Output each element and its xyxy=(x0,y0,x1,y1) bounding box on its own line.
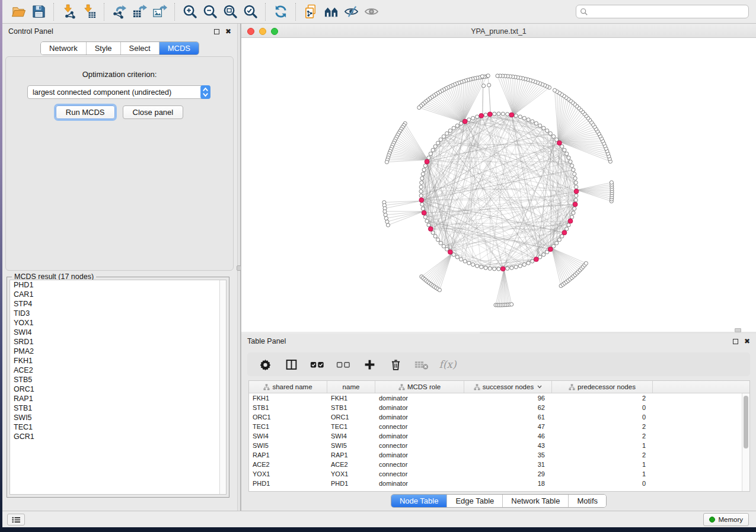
network-hub-node[interactable] xyxy=(557,140,562,145)
deselect-all-icon[interactable] xyxy=(336,357,350,371)
network-node[interactable] xyxy=(438,288,441,291)
network-node[interactable] xyxy=(431,148,435,152)
network-node[interactable] xyxy=(471,263,475,267)
table-row[interactable]: FKH1FKH1dominator962 xyxy=(249,393,749,403)
network-node[interactable] xyxy=(433,145,437,148)
network-hub-node[interactable] xyxy=(568,219,573,223)
network-node[interactable] xyxy=(484,113,487,117)
network-node[interactable] xyxy=(574,181,578,184)
network-node[interactable] xyxy=(427,156,430,159)
network-node[interactable] xyxy=(417,106,421,110)
mcds-result-item[interactable]: GCR1 xyxy=(10,432,226,441)
close-panel-icon[interactable]: ✖ xyxy=(225,28,231,35)
export-table-icon[interactable] xyxy=(129,3,149,21)
zoom-selected-icon[interactable] xyxy=(240,3,260,21)
network-node[interactable] xyxy=(448,129,452,133)
export-image-icon[interactable] xyxy=(149,3,170,21)
network-node[interactable] xyxy=(420,203,424,206)
network-node[interactable] xyxy=(572,168,575,172)
float-panel-icon[interactable] xyxy=(214,29,219,34)
network-node[interactable] xyxy=(553,88,556,92)
mcds-result-item[interactable]: YOX1 xyxy=(10,318,226,328)
network-hub-node[interactable] xyxy=(573,202,578,207)
network-node[interactable] xyxy=(420,181,423,184)
table-row[interactable]: PHD1PHD1dominator180 xyxy=(249,479,749,488)
mcds-result-item[interactable]: TEC1 xyxy=(10,422,226,432)
tab-edge-table[interactable]: Edge Table xyxy=(446,495,502,507)
network-node[interactable] xyxy=(488,267,492,270)
mcds-result-item[interactable]: ORC1 xyxy=(10,384,226,394)
column-header-shared-name[interactable]: shared name xyxy=(249,381,327,393)
table-row[interactable]: SWI5SWI5connector431 xyxy=(249,441,749,450)
network-node[interactable] xyxy=(423,215,427,219)
refresh-view-icon[interactable] xyxy=(270,3,291,21)
mcds-result-item[interactable]: PHD1 xyxy=(10,280,226,290)
mcds-result-item[interactable]: RAP1 xyxy=(10,394,226,403)
network-node[interactable] xyxy=(506,267,509,270)
network-node[interactable] xyxy=(385,220,389,223)
network-node[interactable] xyxy=(575,194,578,197)
network-node[interactable] xyxy=(419,190,423,193)
select-all-icon[interactable] xyxy=(310,357,324,371)
network-node[interactable] xyxy=(518,264,522,268)
mcds-result-item[interactable]: STP4 xyxy=(10,299,226,309)
network-node[interactable] xyxy=(572,211,575,214)
zoom-in-icon[interactable] xyxy=(180,3,200,21)
network-node[interactable] xyxy=(484,266,487,270)
table-row[interactable]: YOX1YOX1connector291 xyxy=(249,469,749,479)
mcds-result-item[interactable]: STB5 xyxy=(10,375,226,384)
network-node[interactable] xyxy=(425,219,429,223)
network-node[interactable] xyxy=(480,265,483,269)
network-node[interactable] xyxy=(510,303,513,306)
network-node[interactable] xyxy=(439,241,442,245)
network-node[interactable] xyxy=(467,261,471,265)
network-node[interactable] xyxy=(429,152,432,156)
table-row[interactable]: ORC1ORC1dominator610 xyxy=(249,412,749,422)
network-node[interactable] xyxy=(501,112,505,116)
network-node[interactable] xyxy=(463,259,467,263)
network-hub-node[interactable] xyxy=(574,189,579,194)
network-node[interactable] xyxy=(570,164,574,168)
network-node[interactable] xyxy=(567,156,570,159)
tab-motifs[interactable]: Motifs xyxy=(568,495,606,507)
network-node[interactable] xyxy=(486,74,490,78)
network-node[interactable] xyxy=(497,267,500,271)
close-panel-button[interactable]: Close panel xyxy=(123,105,184,119)
zoom-fit-icon[interactable] xyxy=(220,3,240,21)
settings-icon[interactable] xyxy=(258,357,272,371)
float-panel-icon[interactable] xyxy=(733,339,738,344)
search-input[interactable] xyxy=(591,8,745,16)
network-hub-node[interactable] xyxy=(534,257,539,262)
show-all-icon[interactable] xyxy=(361,3,381,21)
import-network-icon[interactable] xyxy=(59,3,79,21)
add-icon[interactable] xyxy=(362,357,377,371)
delete-icon[interactable] xyxy=(388,357,403,371)
column-header-predecessor-nodes[interactable]: predecessor nodes xyxy=(552,381,653,393)
network-node[interactable] xyxy=(555,241,559,245)
network-node[interactable] xyxy=(419,185,423,189)
network-node[interactable] xyxy=(480,75,484,78)
network-node[interactable] xyxy=(419,194,423,197)
network-node[interactable] xyxy=(575,185,578,189)
table-scrollbar[interactable] xyxy=(742,393,749,491)
mcds-list-scrollbar[interactable] xyxy=(219,280,226,494)
network-node[interactable] xyxy=(531,259,534,263)
network-hub-node[interactable] xyxy=(462,119,467,124)
network-node[interactable] xyxy=(573,172,576,176)
open-file-icon[interactable] xyxy=(8,3,28,21)
network-node[interactable] xyxy=(542,253,546,257)
network-node[interactable] xyxy=(487,84,491,87)
tab-style[interactable]: Style xyxy=(86,42,120,55)
network-node[interactable] xyxy=(573,177,577,180)
network-node[interactable] xyxy=(527,118,530,121)
network-node[interactable] xyxy=(563,148,566,152)
table-row[interactable]: SWI4SWI4dominator462 xyxy=(249,431,749,441)
import-table-icon[interactable] xyxy=(79,3,99,21)
optimization-criterion-select[interactable]: largest connected component (undirected) xyxy=(27,85,210,99)
network-node[interactable] xyxy=(548,132,552,135)
network-node[interactable] xyxy=(420,177,424,180)
mcds-result-item[interactable]: STB1 xyxy=(10,403,226,413)
network-node[interactable] xyxy=(442,245,445,248)
network-node[interactable] xyxy=(476,264,479,268)
search-box[interactable] xyxy=(576,5,749,18)
